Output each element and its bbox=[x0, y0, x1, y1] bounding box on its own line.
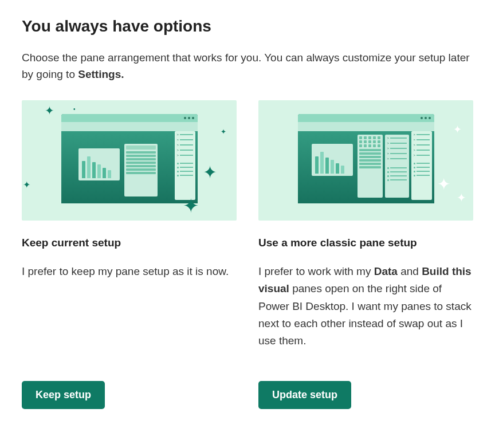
sparkle-icon: ✦ bbox=[221, 128, 226, 136]
classic-illustration: > > > > > bbox=[258, 100, 473, 221]
window-titlebar bbox=[298, 114, 434, 122]
window-tabstrip bbox=[298, 122, 434, 131]
subtitle-settings-bold: Settings. bbox=[78, 68, 124, 80]
sparkle-icon: ✦ bbox=[203, 162, 217, 182]
options-row: ✦ ✦ • bbox=[22, 100, 473, 350]
window-titlebar bbox=[61, 114, 198, 122]
classic-desc-data-bold: Data bbox=[374, 265, 398, 277]
right-pane-mock bbox=[411, 131, 432, 200]
app-window-mock: > > > > > bbox=[298, 114, 434, 203]
sparkle-icon: ✦ bbox=[437, 175, 450, 194]
sparkle-icon: ✦ bbox=[457, 191, 466, 205]
keep-setup-button[interactable]: Keep setup bbox=[22, 381, 105, 409]
right-pane-mock bbox=[175, 131, 195, 200]
keep-current-desc: I prefer to keep my pane setup as it is … bbox=[22, 263, 237, 280]
dialog-subtitle: Choose the pane arrangement that works f… bbox=[22, 49, 473, 83]
window-tabstrip bbox=[61, 122, 198, 131]
option-classic: > > > > > bbox=[258, 100, 473, 350]
classic-desc: I prefer to work with my Data and Build … bbox=[258, 263, 473, 350]
classic-title: Use a more classic pane setup bbox=[258, 237, 473, 249]
classic-desc-text: panes open on the right side of Power BI… bbox=[258, 282, 472, 347]
visualizations-pane-mock bbox=[358, 135, 383, 198]
classic-desc-text: I prefer to work with my bbox=[258, 265, 374, 277]
sparkle-icon: ✦ bbox=[183, 194, 199, 217]
chart-panel-icon bbox=[312, 144, 353, 176]
chart-panel-icon bbox=[78, 148, 120, 180]
actions-row: Keep setup Update setup bbox=[22, 381, 473, 409]
sparkle-icon: ✦ bbox=[45, 104, 54, 117]
classic-desc-text: and bbox=[398, 265, 422, 277]
side-pane-mock bbox=[124, 144, 158, 197]
keep-current-illustration: ✦ ✦ • bbox=[22, 100, 237, 221]
data-pane-mock: > > > > > bbox=[385, 135, 409, 198]
app-window-mock bbox=[61, 114, 198, 203]
option-keep-current: ✦ ✦ • bbox=[22, 100, 237, 350]
dialog-title: You always have options bbox=[22, 17, 473, 36]
keep-current-title: Keep current setup bbox=[22, 237, 237, 249]
sparkle-icon: ✦ bbox=[23, 179, 30, 190]
sparkle-icon: • bbox=[73, 106, 76, 112]
update-setup-button[interactable]: Update setup bbox=[258, 381, 351, 409]
sparkle-icon: ✦ bbox=[453, 123, 462, 136]
